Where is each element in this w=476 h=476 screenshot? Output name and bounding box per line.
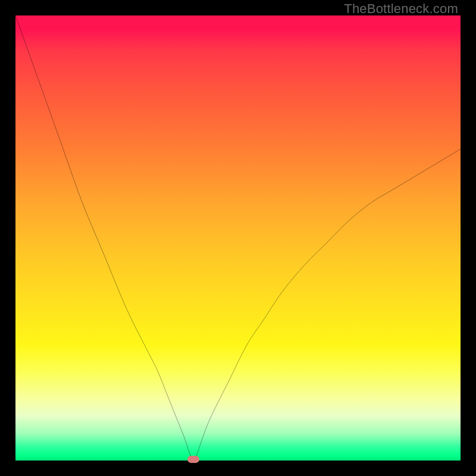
attribution-text: TheBottleneck.com <box>344 1 458 17</box>
chart-frame: TheBottleneck.com <box>0 0 476 476</box>
optimal-marker <box>187 456 199 463</box>
bottleneck-curve <box>15 15 461 461</box>
plot-area <box>15 15 461 461</box>
